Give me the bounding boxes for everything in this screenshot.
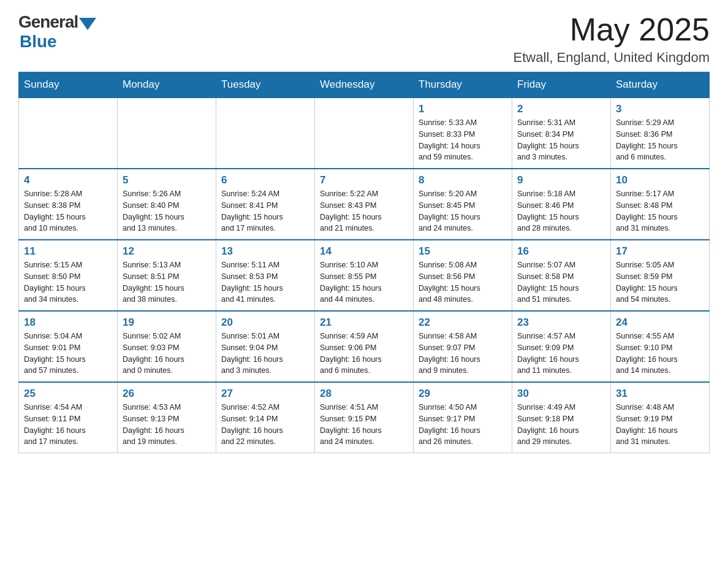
calendar-cell: 8Sunrise: 5:20 AMSunset: 8:45 PMDaylight…	[414, 169, 512, 240]
day-info: Sunrise: 5:04 AMSunset: 9:01 PMDaylight:…	[24, 331, 112, 377]
day-info: Sunrise: 5:17 AMSunset: 8:48 PMDaylight:…	[616, 188, 704, 234]
day-number: 31	[616, 388, 704, 400]
day-info: Sunrise: 5:24 AMSunset: 8:41 PMDaylight:…	[221, 188, 309, 234]
calendar-cell: 26Sunrise: 4:53 AMSunset: 9:13 PMDayligh…	[118, 382, 216, 453]
day-number: 7	[320, 174, 408, 186]
day-info: Sunrise: 4:52 AMSunset: 9:14 PMDaylight:…	[221, 402, 309, 448]
day-number: 1	[419, 103, 507, 115]
logo-blue-text: Blue	[20, 32, 57, 52]
day-info: Sunrise: 5:29 AMSunset: 8:36 PMDaylight:…	[616, 117, 704, 163]
day-number: 11	[24, 245, 112, 258]
calendar-cell: 5Sunrise: 5:26 AMSunset: 8:40 PMDaylight…	[118, 169, 216, 240]
day-info: Sunrise: 5:15 AMSunset: 8:50 PMDaylight:…	[24, 259, 112, 305]
calendar-cell: 23Sunrise: 4:57 AMSunset: 9:09 PMDayligh…	[512, 311, 611, 382]
day-info: Sunrise: 5:20 AMSunset: 8:45 PMDaylight:…	[419, 188, 507, 234]
day-number: 23	[517, 316, 605, 329]
day-info: Sunrise: 5:28 AMSunset: 8:38 PMDaylight:…	[24, 188, 112, 234]
calendar-cell: 17Sunrise: 5:05 AMSunset: 8:59 PMDayligh…	[611, 240, 710, 311]
calendar-cell: 20Sunrise: 5:01 AMSunset: 9:04 PMDayligh…	[216, 311, 315, 382]
day-number: 5	[123, 174, 211, 186]
day-number: 8	[419, 174, 507, 186]
calendar-cell	[315, 98, 414, 169]
day-info: Sunrise: 5:31 AMSunset: 8:34 PMDaylight:…	[517, 117, 605, 163]
calendar-cell: 4Sunrise: 5:28 AMSunset: 8:38 PMDaylight…	[19, 169, 118, 240]
calendar-cell: 3Sunrise: 5:29 AMSunset: 8:36 PMDaylight…	[611, 98, 710, 169]
calendar-cell	[216, 98, 315, 169]
day-number: 20	[221, 316, 309, 329]
calendar-cell: 30Sunrise: 4:49 AMSunset: 9:18 PMDayligh…	[512, 382, 611, 453]
day-number: 2	[517, 103, 605, 115]
calendar-cell: 29Sunrise: 4:50 AMSunset: 9:17 PMDayligh…	[414, 382, 512, 453]
day-info: Sunrise: 5:08 AMSunset: 8:56 PMDaylight:…	[419, 259, 507, 305]
day-number: 29	[419, 388, 507, 400]
day-number: 26	[123, 388, 211, 400]
day-number: 24	[616, 316, 704, 329]
day-number: 12	[123, 245, 211, 258]
calendar-cell: 1Sunrise: 5:33 AMSunset: 8:33 PMDaylight…	[414, 98, 512, 169]
calendar-cell: 12Sunrise: 5:13 AMSunset: 8:51 PMDayligh…	[118, 240, 216, 311]
day-number: 19	[123, 316, 211, 329]
calendar-cell: 31Sunrise: 4:48 AMSunset: 9:19 PMDayligh…	[611, 382, 710, 453]
calendar-header-tuesday: Tuesday	[216, 72, 315, 98]
day-info: Sunrise: 5:22 AMSunset: 8:43 PMDaylight:…	[320, 188, 408, 234]
calendar-cell: 11Sunrise: 5:15 AMSunset: 8:50 PMDayligh…	[19, 240, 118, 311]
week-row-1: 1Sunrise: 5:33 AMSunset: 8:33 PMDaylight…	[19, 98, 710, 169]
calendar-header-friday: Friday	[512, 72, 611, 98]
day-info: Sunrise: 4:59 AMSunset: 9:06 PMDaylight:…	[320, 331, 408, 377]
calendar-cell: 27Sunrise: 4:52 AMSunset: 9:14 PMDayligh…	[216, 382, 315, 453]
calendar-cell	[19, 98, 118, 169]
calendar-cell: 25Sunrise: 4:54 AMSunset: 9:11 PMDayligh…	[19, 382, 118, 453]
day-number: 4	[24, 174, 112, 186]
day-info: Sunrise: 4:48 AMSunset: 9:19 PMDaylight:…	[616, 402, 704, 448]
day-info: Sunrise: 4:49 AMSunset: 9:18 PMDaylight:…	[517, 402, 605, 448]
calendar-header-monday: Monday	[118, 72, 216, 98]
calendar-header-sunday: Sunday	[19, 72, 118, 98]
day-number: 27	[221, 388, 309, 400]
day-number: 14	[320, 245, 408, 258]
calendar-cell: 7Sunrise: 5:22 AMSunset: 8:43 PMDaylight…	[315, 169, 414, 240]
page-header: General Blue May 2025 Etwall, England, U…	[18, 12, 710, 66]
day-info: Sunrise: 4:57 AMSunset: 9:09 PMDaylight:…	[517, 331, 605, 377]
day-number: 6	[221, 174, 309, 186]
day-info: Sunrise: 5:33 AMSunset: 8:33 PMDaylight:…	[419, 117, 507, 163]
calendar-cell	[118, 98, 216, 169]
calendar-table: SundayMondayTuesdayWednesdayThursdayFrid…	[18, 72, 710, 453]
calendar-header-saturday: Saturday	[611, 72, 710, 98]
day-info: Sunrise: 4:55 AMSunset: 9:10 PMDaylight:…	[616, 331, 704, 377]
week-row-2: 4Sunrise: 5:28 AMSunset: 8:38 PMDaylight…	[19, 169, 710, 240]
day-number: 17	[616, 245, 704, 258]
calendar-cell: 16Sunrise: 5:07 AMSunset: 8:58 PMDayligh…	[512, 240, 611, 311]
day-number: 21	[320, 316, 408, 329]
calendar-cell: 18Sunrise: 5:04 AMSunset: 9:01 PMDayligh…	[19, 311, 118, 382]
day-info: Sunrise: 5:02 AMSunset: 9:03 PMDaylight:…	[123, 331, 211, 377]
calendar-header-row: SundayMondayTuesdayWednesdayThursdayFrid…	[19, 72, 710, 98]
day-info: Sunrise: 4:50 AMSunset: 9:17 PMDaylight:…	[419, 402, 507, 448]
week-row-3: 11Sunrise: 5:15 AMSunset: 8:50 PMDayligh…	[19, 240, 710, 311]
day-info: Sunrise: 4:51 AMSunset: 9:15 PMDaylight:…	[320, 402, 408, 448]
day-number: 13	[221, 245, 309, 258]
day-info: Sunrise: 5:13 AMSunset: 8:51 PMDaylight:…	[123, 259, 211, 305]
calendar-cell: 24Sunrise: 4:55 AMSunset: 9:10 PMDayligh…	[611, 311, 710, 382]
day-number: 22	[419, 316, 507, 329]
title-section: May 2025 Etwall, England, United Kingdom	[514, 12, 710, 66]
day-info: Sunrise: 5:26 AMSunset: 8:40 PMDaylight:…	[123, 188, 211, 234]
calendar-header-wednesday: Wednesday	[315, 72, 414, 98]
day-number: 15	[419, 245, 507, 258]
logo-triangle-icon	[79, 18, 96, 30]
day-number: 25	[24, 388, 112, 400]
day-info: Sunrise: 4:54 AMSunset: 9:11 PMDaylight:…	[24, 402, 112, 448]
month-title: May 2025	[514, 12, 710, 47]
calendar-cell: 28Sunrise: 4:51 AMSunset: 9:15 PMDayligh…	[315, 382, 414, 453]
day-number: 9	[517, 174, 605, 186]
calendar-cell: 22Sunrise: 4:58 AMSunset: 9:07 PMDayligh…	[414, 311, 512, 382]
day-number: 3	[616, 103, 704, 115]
calendar-cell: 13Sunrise: 5:11 AMSunset: 8:53 PMDayligh…	[216, 240, 315, 311]
day-info: Sunrise: 4:53 AMSunset: 9:13 PMDaylight:…	[123, 402, 211, 448]
day-number: 30	[517, 388, 605, 400]
calendar-cell: 15Sunrise: 5:08 AMSunset: 8:56 PMDayligh…	[414, 240, 512, 311]
day-info: Sunrise: 5:11 AMSunset: 8:53 PMDaylight:…	[221, 259, 309, 305]
calendar-header-thursday: Thursday	[414, 72, 512, 98]
week-row-4: 18Sunrise: 5:04 AMSunset: 9:01 PMDayligh…	[19, 311, 710, 382]
day-info: Sunrise: 5:05 AMSunset: 8:59 PMDaylight:…	[616, 259, 704, 305]
calendar-cell: 19Sunrise: 5:02 AMSunset: 9:03 PMDayligh…	[118, 311, 216, 382]
